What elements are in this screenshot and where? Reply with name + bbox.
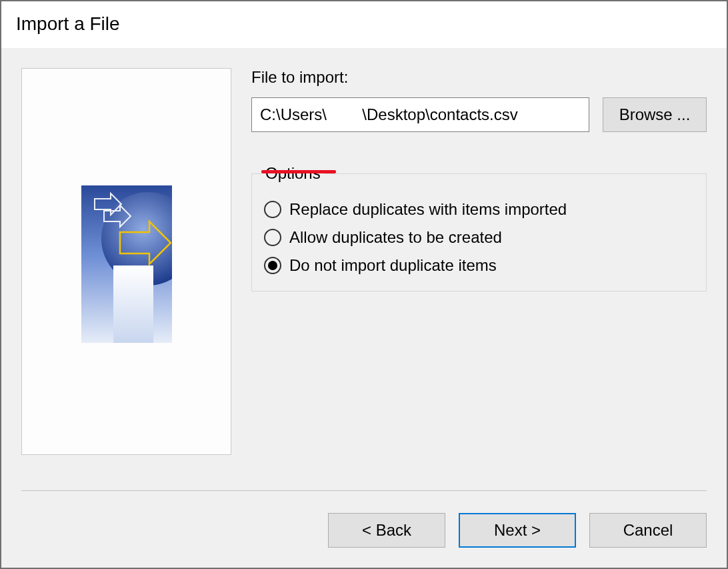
svg-rect-2 [113, 265, 153, 343]
dialog-title: Import a File [1, 1, 727, 48]
file-input-row: Browse ... [251, 97, 707, 132]
radio-label: Allow duplicates to be created [289, 228, 502, 247]
red-underline-annotation [261, 170, 336, 173]
dialog-body: File to import: Browse ... Options Repla… [1, 48, 727, 568]
wizard-illustration-panel [21, 68, 231, 455]
import-wizard-icon [81, 185, 172, 343]
option-replace-duplicates[interactable]: Replace duplicates with items imported [264, 200, 694, 219]
file-path-input[interactable] [251, 97, 589, 132]
options-legend: Options [261, 164, 325, 183]
file-to-import-label: File to import: [251, 68, 707, 87]
option-no-duplicates[interactable]: Do not import duplicate items [264, 256, 694, 275]
radio-icon [264, 229, 281, 246]
radio-label: Do not import duplicate items [289, 256, 497, 275]
radio-icon [264, 201, 281, 218]
browse-button[interactable]: Browse ... [603, 97, 707, 132]
radio-label: Replace duplicates with items imported [289, 200, 567, 219]
radio-icon [264, 257, 281, 274]
next-button[interactable]: Next > [459, 513, 576, 548]
back-button[interactable]: < Back [328, 513, 445, 548]
horizontal-separator [21, 490, 707, 491]
wizard-button-bar: < Back Next > Cancel [328, 513, 707, 548]
cancel-button[interactable]: Cancel [589, 513, 707, 548]
radio-selected-dot [268, 261, 277, 270]
option-allow-duplicates[interactable]: Allow duplicates to be created [264, 228, 694, 247]
form-panel: File to import: Browse ... Options Repla… [251, 68, 707, 568]
options-group: Options Replace duplicates with items im… [251, 164, 707, 292]
